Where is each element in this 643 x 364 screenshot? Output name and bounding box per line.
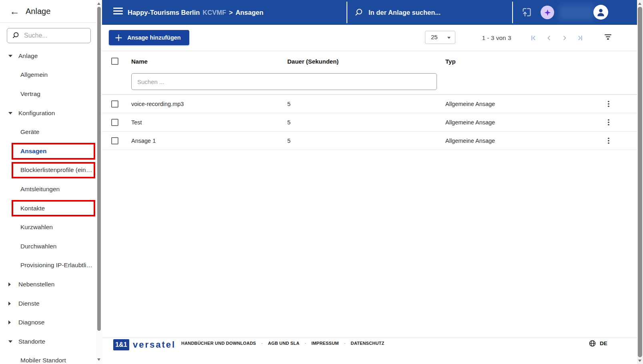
language-code: DE bbox=[600, 340, 607, 346]
header-divider bbox=[347, 2, 347, 23]
cell-type: Allgemeine Ansage bbox=[445, 119, 495, 126]
cell-type: Allgemeine Ansage bbox=[445, 101, 495, 107]
sidebar-item[interactable]: Konfiguration bbox=[0, 104, 96, 123]
row-checkbox[interactable] bbox=[111, 119, 118, 126]
redacted-username bbox=[559, 4, 594, 20]
table-body: voice-recording.mp3 5 Allgemeine Ansage … bbox=[102, 95, 637, 150]
sidebar-item[interactable]: Kurzwahlen bbox=[0, 218, 96, 237]
row-checkbox[interactable] bbox=[111, 100, 118, 108]
row-menu-kebab-icon[interactable] bbox=[605, 137, 612, 145]
table-search-input[interactable] bbox=[131, 73, 437, 90]
pointer-up-icon[interactable] bbox=[521, 7, 532, 19]
sidebar-item[interactable]: Allgemein bbox=[0, 66, 96, 85]
toolbar: Ansage hinzufügen 25 1 - 3 von 3 bbox=[102, 25, 637, 51]
table-header: Name Dauer (Sekunden) Typ bbox=[102, 51, 637, 95]
sidebar-item[interactable]: Nebenstellen bbox=[0, 275, 96, 294]
select-all-checkbox[interactable] bbox=[111, 58, 118, 65]
sidebar-item-label: Durchwahlen bbox=[20, 243, 56, 250]
footer-link[interactable]: DATENSCHUTZ bbox=[339, 341, 385, 346]
next-page-button[interactable] bbox=[561, 34, 568, 42]
header-search-input[interactable] bbox=[369, 9, 506, 16]
sidebar-item-label: Nebenstellen bbox=[18, 281, 54, 288]
breadcrumb-code: KCVMF bbox=[202, 9, 226, 16]
sidebar-item-label: Dienste bbox=[18, 300, 40, 307]
scroll-up-arrow-icon[interactable] bbox=[97, 2, 100, 5]
sidebar-item[interactable]: Diagnose bbox=[0, 313, 96, 332]
table-row: Test 5 Allgemeine Ansage bbox=[102, 113, 637, 132]
sidebar-item[interactable]: Vertrag bbox=[0, 84, 96, 104]
first-page-button[interactable] bbox=[530, 34, 537, 42]
sidebar-item-label: Mobiler Standort bbox=[20, 357, 66, 364]
sidebar-item-label: Blockierlistenprofile (ein… bbox=[20, 166, 92, 174]
column-header-name[interactable]: Name bbox=[131, 58, 148, 65]
cell-type: Allgemeine Ansage bbox=[445, 138, 495, 144]
breadcrumb: Happy-Tourisms Berlin KCVMF > Ansagen bbox=[128, 0, 263, 25]
footer-link[interactable]: AGB UND SLA bbox=[256, 341, 299, 346]
page-scrollbar-thumb[interactable] bbox=[638, 7, 642, 357]
column-header-duration[interactable]: Dauer (Sekunden) bbox=[287, 58, 339, 65]
header-divider bbox=[512, 2, 513, 23]
page-size-value: 25 bbox=[431, 34, 438, 40]
brand-logo[interactable]: 1&1 versatel bbox=[113, 339, 176, 351]
app-header: Happy-Tourisms Berlin KCVMF > Ansagen bbox=[102, 0, 637, 25]
row-checkbox[interactable] bbox=[111, 137, 118, 144]
back-arrow-icon[interactable]: ← bbox=[10, 6, 20, 16]
main-content: Happy-Tourisms Berlin KCVMF > Ansagen bbox=[102, 0, 637, 364]
sidebar-item[interactable]: Provisioning IP-Erlaubtli… bbox=[0, 256, 96, 275]
scroll-down-arrow-icon[interactable] bbox=[638, 360, 641, 362]
footer: 1&1 versatel HANDBÜCHER UND DOWNLOADS AG… bbox=[102, 338, 637, 364]
footer-link[interactable]: IMPRESSUM bbox=[299, 341, 339, 346]
sidebar-item-label: Kontakte bbox=[20, 205, 45, 212]
expander-triangle-icon bbox=[8, 112, 12, 114]
sidebar-item-label: Diagnose bbox=[18, 319, 45, 326]
sidebar-item[interactable]: Amtsleitungen bbox=[0, 180, 96, 199]
row-menu-kebab-icon[interactable] bbox=[605, 100, 612, 108]
header-search-box[interactable] bbox=[354, 0, 506, 25]
scroll-up-arrow-icon[interactable] bbox=[638, 2, 641, 5]
sidebar-item-label: Amtsleitungen bbox=[20, 186, 60, 193]
table-row: voice-recording.mp3 5 Allgemeine Ansage bbox=[102, 95, 637, 113]
sidebar-item[interactable]: Dienste bbox=[0, 294, 96, 313]
logo-versatel-text: versatel bbox=[133, 340, 176, 350]
pagination-range-label: 1 - 3 von 3 bbox=[473, 25, 521, 51]
last-page-button[interactable] bbox=[577, 34, 584, 42]
scroll-down-arrow-icon[interactable] bbox=[97, 358, 100, 361]
add-announcement-button[interactable]: Ansage hinzufügen bbox=[109, 30, 189, 45]
sidebar-scrollbar-thumb[interactable] bbox=[97, 7, 101, 331]
sidebar-item[interactable]: Mobiler Standort bbox=[0, 351, 96, 364]
column-header-type[interactable]: Typ bbox=[445, 58, 456, 65]
previous-page-button[interactable] bbox=[545, 34, 553, 42]
footer-link[interactable]: HANDBÜCHER UND DOWNLOADS bbox=[181, 341, 256, 346]
cell-name: Test bbox=[131, 119, 142, 126]
sidebar-search-input[interactable] bbox=[24, 32, 86, 39]
filter-icon[interactable] bbox=[603, 34, 613, 40]
language-selector[interactable]: DE bbox=[589, 338, 607, 348]
sidebar-item[interactable]: Kontakte bbox=[0, 199, 96, 218]
logo-1und1-box: 1&1 bbox=[113, 339, 129, 350]
page-scrollbar[interactable] bbox=[637, 0, 643, 364]
sidebar-item[interactable]: Durchwahlen bbox=[0, 237, 96, 256]
sidebar-item-label: Kurzwahlen bbox=[20, 224, 53, 231]
cell-name: voice-recording.mp3 bbox=[131, 101, 184, 107]
search-icon bbox=[354, 8, 363, 17]
sidebar-item[interactable]: Geräte bbox=[0, 122, 96, 142]
sidebar-item-label: Anlage bbox=[18, 52, 38, 60]
table-row: Ansage 1 5 Allgemeine Ansage bbox=[102, 132, 637, 150]
row-menu-kebab-icon[interactable] bbox=[605, 118, 612, 126]
menu-hamburger-icon[interactable] bbox=[113, 8, 123, 14]
sparkle-icon bbox=[544, 9, 551, 16]
page-size-select[interactable]: 25 bbox=[425, 31, 455, 44]
sidebar-item[interactable]: Standorte bbox=[0, 332, 96, 351]
sidebar-nav: Anlage Allgemein Vertrag Konfiguration G… bbox=[0, 43, 96, 364]
globe-icon bbox=[589, 340, 596, 347]
sidebar-item[interactable]: Ansagen bbox=[0, 142, 96, 161]
sparkle-button[interactable] bbox=[541, 6, 554, 19]
cell-duration: 5 bbox=[287, 138, 290, 144]
breadcrumb-account[interactable]: Happy-Tourisms Berlin bbox=[128, 9, 200, 16]
sidebar-item[interactable]: Blockierlistenprofile (ein… bbox=[0, 161, 96, 180]
sidebar-item[interactable]: Anlage bbox=[0, 46, 96, 66]
sidebar-scrollbar[interactable] bbox=[96, 0, 102, 364]
user-avatar-button[interactable] bbox=[593, 5, 608, 20]
sidebar-search-box[interactable] bbox=[7, 28, 91, 43]
expander-triangle-icon bbox=[8, 55, 12, 57]
